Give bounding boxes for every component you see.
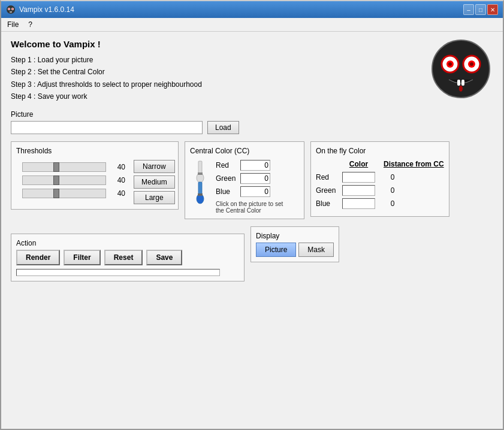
svg-rect-17 (461, 80, 464, 86)
threshold-buttons: Narrow Medium Large (134, 160, 175, 204)
threshold-slider-3[interactable] (22, 189, 106, 198)
picture-section: Picture Load (11, 110, 493, 134)
cc-green-label: Green (216, 174, 237, 183)
otf-green-row: Green 0 (316, 185, 444, 196)
otf-green-dist: 0 (384, 186, 402, 195)
slider-row-2: 40 (22, 175, 125, 185)
close-button[interactable]: ✕ (487, 4, 498, 15)
otf-green-input[interactable] (342, 185, 375, 196)
step-1: Step 1 : Load your picture (11, 54, 493, 66)
thresholds-label: Thresholds (16, 147, 173, 155)
menu-help[interactable]: ? (25, 19, 36, 30)
maximize-button[interactable]: □ (475, 4, 486, 15)
otf-red-dist: 0 (384, 173, 402, 181)
cc-blue-label: Blue (216, 187, 237, 196)
otf-green-label: Green (316, 186, 340, 195)
welcome-section: Welcome to Vampix ! Step 1 : Load your p… (11, 39, 493, 103)
action-section: Action Render Filter Reset Save (11, 234, 245, 281)
medium-button[interactable]: Medium (134, 175, 175, 189)
svg-rect-31 (198, 182, 202, 195)
svg-rect-33 (198, 193, 203, 196)
slider-row-3: 40 (22, 189, 125, 198)
action-buttons-row: Render Filter Reset Save (16, 250, 239, 265)
otf-red-label: Red (316, 173, 340, 181)
threshold-value-3: 40 (108, 189, 125, 198)
display-label: Display (256, 232, 334, 240)
svg-point-18 (459, 86, 463, 92)
large-button[interactable]: Large (134, 191, 175, 204)
step-2: Step 2 : Set the Central Color (11, 66, 493, 78)
otf-red-row: Red 0 (316, 172, 444, 183)
picture-path-input[interactable] (11, 121, 203, 134)
svg-rect-30 (198, 172, 203, 175)
svg-rect-16 (457, 80, 460, 86)
step-4: Step 4 : Save your work (11, 90, 493, 102)
svg-point-4 (12, 8, 13, 10)
progress-bar-container (16, 269, 220, 276)
svg-point-13 (448, 62, 452, 66)
title-bar-controls: – □ ✕ (463, 4, 498, 15)
cc-red-input[interactable] (240, 160, 270, 171)
threshold-value-2: 40 (108, 176, 125, 184)
bottom-row: Action Render Filter Reset Save Display … (11, 226, 493, 281)
display-section: Display Picture Mask (251, 226, 339, 262)
otf-label: On the fly Color (316, 147, 444, 155)
otf-blue-label: Blue (316, 199, 340, 208)
menu-file[interactable]: File (4, 19, 22, 30)
threshold-slider-2[interactable] (22, 175, 106, 185)
title-bar: Vampix v1.6.0.14 – □ ✕ (1, 1, 503, 18)
picture-row: Load (11, 121, 493, 134)
otf-blue-dist: 0 (384, 199, 402, 208)
welcome-title: Welcome to Vampix ! (11, 39, 493, 49)
minimize-button[interactable]: – (463, 4, 474, 15)
window-title: Vampix v1.6.0.14 (19, 5, 74, 14)
narrow-button[interactable]: Narrow (134, 160, 175, 173)
cc-red-label: Red (216, 161, 237, 169)
picture-label: Picture (11, 110, 493, 119)
menu-bar: File ? (1, 18, 503, 32)
otf-red-input[interactable] (342, 172, 375, 183)
cc-green-input[interactable] (240, 173, 270, 184)
load-button[interactable]: Load (207, 121, 239, 134)
central-color-panel: Central Color (CC) (185, 141, 304, 219)
svg-point-15 (470, 62, 473, 66)
cc-blue-input[interactable] (240, 186, 270, 197)
panels-row: Thresholds (11, 141, 493, 219)
cc-red-row: Red (216, 160, 283, 171)
reset-button[interactable]: Reset (104, 250, 143, 265)
otf-distance-col-header: Distance from CC (384, 160, 444, 168)
main-window: Vampix v1.6.0.14 – □ ✕ File ? (0, 0, 504, 430)
app-icon (6, 5, 16, 14)
action-label: Action (16, 239, 239, 247)
on-the-fly-panel: On the fly Color Color Distance from CC … (310, 141, 449, 217)
slider-row-1: 40 (22, 162, 125, 172)
svg-rect-28 (198, 161, 202, 174)
save-button[interactable]: Save (146, 250, 182, 265)
cc-hint: Click on the picture to setthe Central C… (216, 201, 283, 214)
render-button[interactable]: Render (16, 250, 60, 265)
mascot (431, 39, 491, 99)
threshold-slider-1[interactable] (22, 162, 106, 172)
otf-blue-input[interactable] (342, 198, 375, 209)
threshold-value-1: 40 (108, 163, 125, 171)
blue-brush-icon (190, 181, 211, 208)
steps-list: Step 1 : Load your picture Step 2 : Set … (11, 54, 493, 103)
cc-blue-row: Blue (216, 186, 283, 197)
svg-point-0 (7, 5, 15, 14)
thresholds-panel: Thresholds (11, 141, 179, 210)
cc-green-row: Green (216, 173, 283, 184)
picture-view-button[interactable]: Picture (256, 243, 296, 257)
filter-button[interactable]: Filter (64, 250, 100, 265)
title-bar-left: Vampix v1.6.0.14 (6, 5, 74, 14)
display-buttons: Picture Mask (256, 243, 334, 257)
cc-label: Central Color (CC) (190, 147, 299, 155)
svg-point-3 (8, 8, 10, 10)
otf-blue-row: Blue 0 (316, 198, 444, 209)
step-3: Step 3 : Adjust thresholds to select to … (11, 78, 493, 90)
otf-color-col-header: Color (342, 160, 375, 168)
mask-view-button[interactable]: Mask (298, 243, 334, 257)
content-area: Welcome to Vampix ! Step 1 : Load your p… (1, 32, 503, 429)
sliders-area: 40 40 40 (22, 162, 125, 202)
